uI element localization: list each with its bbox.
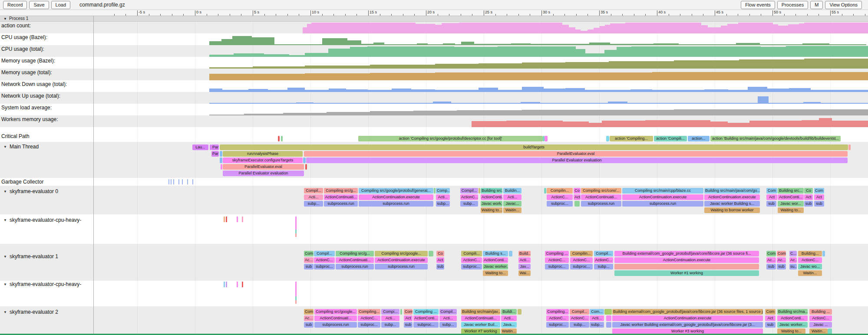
trace-block[interactable]: ActionC... — [594, 257, 613, 263]
trace-block[interactable]: runAnalysisPhase — [223, 151, 303, 157]
trace-block[interactable]: subproc... — [413, 322, 439, 328]
trace-block[interactable]: Building src/main/jav... — [461, 309, 500, 315]
trace-block[interactable]: Com — [766, 188, 777, 194]
trace-block[interactable]: skyframeExecutor.configureTargets — [223, 158, 303, 163]
metadata-button[interactable]: M — [810, 1, 823, 9]
trace-block[interactable]: subprocess.run — [324, 201, 358, 207]
trace-block[interactable]: Act — [404, 315, 413, 321]
track-label-skyframe-evaluator-2[interactable]: ▼skyframe-evaluator 2 — [3, 309, 58, 315]
trace-block[interactable]: Javac wo... — [798, 264, 822, 269]
trace-block[interactable]: subprocess.run — [314, 322, 357, 328]
trace-block[interactable]: subproc... — [547, 201, 573, 207]
processes-button[interactable]: Processes — [777, 1, 808, 9]
tick-mark[interactable] — [295, 282, 297, 296]
trace-block[interactable]: sub — [804, 201, 813, 207]
trace-block[interactable]: Compilin... — [547, 188, 573, 194]
trace-block[interactable]: Javac ... — [809, 322, 832, 328]
trace-block[interactable]: Worker #1 working — [614, 270, 759, 276]
trace-block[interactable]: ActionContinuation.execute — [612, 315, 763, 321]
trace-block[interactable]: Compil... — [314, 251, 335, 256]
trace-block[interactable]: Co — [804, 188, 813, 194]
trace-block[interactable] — [606, 136, 609, 141]
trace-block[interactable]: subp... — [460, 201, 478, 207]
trace-block[interactable]: Compilin... — [570, 251, 593, 256]
tick-mark[interactable] — [295, 300, 297, 304]
tick-mark[interactable] — [295, 217, 297, 230]
trace-block[interactable]: Javac... — [503, 201, 521, 207]
track-label-skyframe-evaluator-cpu-heavy-1[interactable]: ▼skyframe-evaluator-cpu-heavy- — [3, 217, 81, 223]
trace-block[interactable]: subprocess.run — [359, 201, 433, 207]
trace-block[interactable] — [545, 136, 548, 141]
trace-block[interactable]: subprocess.run — [336, 264, 374, 269]
save-button[interactable]: Save — [29, 1, 49, 9]
trace-block[interactable]: Ac... — [304, 257, 314, 263]
trace-block[interactable]: Compiling ... — [413, 309, 439, 315]
trace-block[interactable]: ActionContinuati... — [336, 257, 374, 263]
trace-block[interactable] — [604, 309, 612, 315]
trace-block[interactable]: ActionC... — [809, 315, 832, 321]
trace-block[interactable]: sub — [404, 322, 413, 328]
trace-block[interactable]: Ac... — [766, 257, 776, 263]
trace-block[interactable]: su... — [789, 264, 797, 269]
trace-block[interactable]: Compil... — [570, 309, 589, 315]
track-label-skyframe-evaluator-1[interactable]: ▼skyframe-evaluator 1 — [3, 253, 58, 259]
trace-block[interactable]: ParallelEvaluator.eval — [304, 151, 848, 157]
trace-block[interactable]: sub — [436, 264, 444, 269]
tick-mark[interactable] — [173, 179, 174, 184]
trace-block[interactable]: Compil... — [304, 188, 323, 194]
trace-block[interactable]: Building s... — [483, 251, 508, 256]
trace-block[interactable]: Compiling src/google... — [314, 309, 357, 315]
load-button[interactable]: Load — [51, 1, 70, 9]
trace-block[interactable]: subp... — [590, 322, 604, 328]
trace-block[interactable]: Com — [777, 251, 786, 256]
trace-block[interactable]: Jav... — [518, 264, 531, 269]
trace-block[interactable]: Waitin... — [798, 270, 822, 276]
trace-block[interactable]: ActionC... — [547, 194, 573, 200]
process-header[interactable]: ▼Process 1 — [0, 16, 868, 22]
trace-block[interactable]: Javac worker... — [483, 264, 508, 269]
trace-block[interactable]: subp... — [381, 322, 399, 328]
trace-block[interactable]: Building src/main/java/com/go... — [704, 188, 760, 194]
view-options-button[interactable]: View Options — [825, 1, 862, 9]
tick-mark[interactable] — [192, 179, 193, 184]
trace-block[interactable]: Acti... — [501, 315, 517, 321]
trace-block[interactable]: Acti... — [304, 194, 323, 200]
trace-block[interactable]: Javac worker... — [777, 322, 808, 328]
trace-block[interactable]: Act — [804, 194, 813, 200]
trace-block[interactable]: ActionC... — [545, 257, 569, 263]
trace-block[interactable]: Wai... — [518, 270, 531, 276]
trace-block[interactable]: Javac worker Building s... — [704, 201, 760, 207]
trace-block[interactable]: Waiting to borrow worker — [704, 207, 760, 213]
trace-block[interactable]: ActionContinuation.execute — [375, 257, 428, 263]
trace-block[interactable]: ActionConti... — [413, 315, 439, 321]
trace-block[interactable]: Compil... — [594, 251, 613, 256]
trace-block[interactable] — [429, 251, 433, 256]
trace-block[interactable]: Parallel Evaluator evaluation — [223, 171, 304, 176]
trace-block[interactable]: Javac work... — [481, 201, 502, 207]
tick-mark[interactable] — [182, 179, 183, 184]
trace-block[interactable]: ActionConti... — [483, 257, 508, 263]
trace-block[interactable]: Compiling... — [358, 309, 380, 315]
trace-block[interactable]: subproc... — [546, 322, 569, 328]
trace-block[interactable]: Com — [814, 188, 824, 194]
trace-block[interactable] — [479, 188, 480, 194]
trace-block[interactable] — [614, 264, 759, 269]
trace-block[interactable]: subp... — [439, 322, 457, 328]
trace-block[interactable]: Compiling src/google... — [375, 251, 428, 256]
trace-block[interactable] — [400, 309, 402, 315]
trace-block[interactable]: Com... — [590, 309, 604, 315]
trace-block[interactable]: Building ... — [809, 309, 832, 315]
trace-block[interactable]: ActionContinuation.execute — [359, 194, 433, 200]
trace-block[interactable]: subp... — [570, 322, 589, 328]
trace-block[interactable]: Building src/ma... — [777, 309, 808, 315]
trace-block[interactable] — [574, 201, 580, 207]
trace-block[interactable]: ActionConti... — [777, 315, 808, 321]
trace-block[interactable] — [544, 188, 546, 194]
trace-block[interactable]: Compiling src/google/protobuf/generat... — [359, 188, 433, 194]
tick-mark[interactable] — [226, 282, 227, 287]
trace-block[interactable]: Compiling... — [546, 309, 569, 315]
trace-block[interactable]: Waiting to... — [483, 270, 508, 276]
trace-block[interactable]: ActionContinuation.execute — [622, 194, 703, 200]
trace-block[interactable]: Buildin... — [503, 188, 521, 194]
tick-mark[interactable] — [242, 282, 243, 287]
